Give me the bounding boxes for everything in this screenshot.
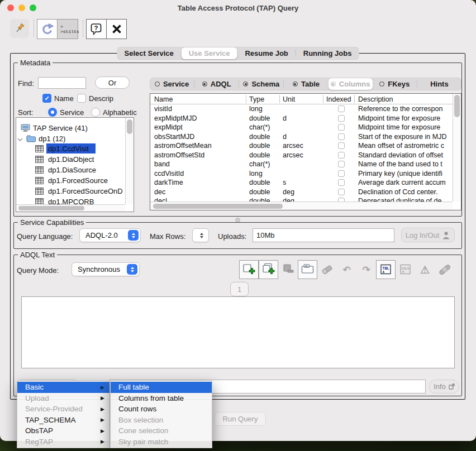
cell-name[interactable]: astromOffsetStd xyxy=(154,151,244,159)
redo-button: ↷ xyxy=(356,260,376,279)
chevron-down-icon[interactable] xyxy=(17,137,23,142)
max-rows-select[interactable] xyxy=(192,228,209,242)
sort-alphabetic-radio[interactable] xyxy=(91,108,100,117)
view-tab-service[interactable]: Service xyxy=(150,78,194,90)
indexed-checkbox[interactable] xyxy=(338,133,345,140)
radio-empty-icon xyxy=(379,81,384,87)
tree-horizontal-scrollbar[interactable] xyxy=(16,204,125,212)
indexed-checkbox[interactable] xyxy=(338,161,345,167)
tap-query-window: Table Access Protocol (TAP) Query > >sti… xyxy=(0,0,476,441)
view-tab-table[interactable]: Table xyxy=(284,78,328,90)
indexed-checkbox[interactable] xyxy=(338,115,345,122)
tree-item-forcedsourceond[interactable]: dp1.ForcedSourceOnD xyxy=(48,187,125,195)
tab-running-jobs[interactable]: Running Jobs xyxy=(296,47,359,60)
menu-item-full-table[interactable]: Full table xyxy=(111,382,212,393)
query-tab-1[interactable]: 1 xyxy=(230,282,249,296)
cell-name[interactable]: ccdVisitId xyxy=(154,170,244,177)
cell-name[interactable]: visitId xyxy=(154,105,244,113)
uploads-field[interactable] xyxy=(253,228,394,242)
indexed-checkbox[interactable] xyxy=(338,189,345,195)
submenu-arrow-icon: ▶ xyxy=(101,385,104,390)
indexed-checkbox[interactable] xyxy=(338,105,345,112)
indexed-checkbox[interactable] xyxy=(338,152,345,159)
tree-vertical-scrollbar[interactable] xyxy=(125,118,134,204)
tab-resume-job[interactable]: Resume Job xyxy=(237,47,295,60)
columns-table: Name Type Unit Indexed Description visit… xyxy=(150,93,461,210)
table-vertical-scrollbar[interactable] xyxy=(453,94,461,201)
undo-button: ↶ xyxy=(337,260,356,279)
cell-name[interactable]: dec xyxy=(154,188,244,196)
cell-name[interactable]: obsStartMJD xyxy=(154,133,244,141)
table-horizontal-scrollbar[interactable] xyxy=(150,201,453,210)
view-tab-fkeys[interactable]: FKeys xyxy=(373,78,417,90)
indexed-checkbox[interactable] xyxy=(338,124,345,131)
adql-text-area[interactable] xyxy=(21,296,455,368)
tree-item-dp1[interactable]: dp1 (12) xyxy=(39,135,65,143)
indexed-checkbox[interactable] xyxy=(338,179,345,186)
menu-item-columns-from-table[interactable]: Columns from table xyxy=(111,393,212,404)
column-header-unit[interactable]: Unit xyxy=(283,95,295,103)
name-checkbox[interactable]: ✓ xyxy=(42,94,51,103)
cell-name[interactable]: astromOffsetMean xyxy=(154,142,244,150)
menu-item-tap-schema[interactable]: TAP_SCHEMA▶ xyxy=(17,415,110,426)
copy-tab-button[interactable] xyxy=(259,260,278,279)
info-button[interactable]: Info xyxy=(429,380,459,394)
pin-window-button[interactable] xyxy=(10,19,29,38)
table-icon xyxy=(35,145,44,152)
indexed-checkbox[interactable] xyxy=(338,142,345,149)
cell-name[interactable]: band xyxy=(154,160,244,168)
svg-text:?: ? xyxy=(94,25,98,31)
close-dialog-button[interactable] xyxy=(106,19,127,39)
menu-item-basic[interactable]: Basic▶ xyxy=(17,382,110,393)
stilts-button[interactable]: > >stilts xyxy=(57,19,78,39)
find-input[interactable] xyxy=(38,77,86,89)
query-language-select[interactable]: ADQL-2.0 xyxy=(79,228,141,242)
indexed-checkbox[interactable] xyxy=(338,170,345,177)
rename-tab-button[interactable]: Abc xyxy=(298,260,317,279)
metadata-view-tabs: Service ADQL Schema Table Columns FKeys … xyxy=(150,78,461,90)
add-tab-button[interactable] xyxy=(239,260,259,279)
submenu-arrow-icon: ▶ xyxy=(101,406,104,412)
menu-item-count-rows[interactable]: Count rows xyxy=(111,404,212,415)
login-button[interactable]: Log In/Out xyxy=(401,228,455,242)
fix-text-button xyxy=(435,260,454,279)
run-query-button[interactable]: Run Query xyxy=(215,412,266,426)
toolbar-separator xyxy=(83,20,83,37)
rename-tab-icon: Abc xyxy=(301,262,315,277)
reload-button[interactable] xyxy=(37,19,58,39)
redo-icon: ↷ xyxy=(362,264,370,276)
insert-table-name-button[interactable]: TBL xyxy=(376,260,396,279)
view-tab-adql[interactable]: ADQL xyxy=(194,78,239,90)
column-header-indexed[interactable]: Indexed xyxy=(326,95,351,103)
view-tab-hints[interactable]: Hints xyxy=(417,78,461,90)
column-header-name[interactable]: Name xyxy=(154,95,173,103)
or-button[interactable]: Or xyxy=(95,76,130,89)
sort-service-radio[interactable] xyxy=(48,108,57,117)
toolbar-separator xyxy=(34,20,34,37)
descrip-checkbox[interactable] xyxy=(77,94,86,103)
svg-text:Abc: Abc xyxy=(304,265,310,268)
help-button[interactable]: ? xyxy=(86,19,107,39)
cell-name[interactable]: expMidptMJD xyxy=(154,114,244,122)
column-header-type[interactable]: Type xyxy=(249,95,264,103)
copy-tab-icon xyxy=(261,262,276,277)
cell-name[interactable]: darkTime xyxy=(154,179,244,186)
cell-name[interactable]: expMidpt xyxy=(154,123,244,131)
tree-item-diasource[interactable]: dp1.DiaSource xyxy=(48,166,96,174)
view-tab-columns[interactable]: Columns xyxy=(329,78,373,90)
tree-item-forcedsource[interactable]: dp1.ForcedSource xyxy=(48,176,108,185)
query-mode-select[interactable]: Synchronous xyxy=(72,262,140,276)
tree-item-ccdvisit[interactable]: dp1.CcdVisit xyxy=(48,145,89,153)
menu-item-sky-pair-match: Sky pair match xyxy=(111,436,212,448)
column-header-description[interactable]: Description xyxy=(358,95,393,103)
menu-item-cone-selection: Cone selection xyxy=(111,425,212,436)
descrip-checkbox-label: Descrip xyxy=(89,94,113,103)
tree-item-diaobject[interactable]: dp1.DiaObject xyxy=(48,155,94,164)
tab-select-service[interactable]: Select Service xyxy=(117,47,181,60)
tab-use-service[interactable]: Use Service xyxy=(182,47,237,59)
svg-text:TBL: TBL xyxy=(382,266,389,270)
check-icon: ✓ xyxy=(44,95,49,102)
menu-item-obstap[interactable]: ObsTAP▶ xyxy=(17,425,110,436)
view-tab-schema[interactable]: Schema xyxy=(239,78,283,90)
tree-item-tap-service[interactable]: TAP Service (41) xyxy=(33,124,88,132)
